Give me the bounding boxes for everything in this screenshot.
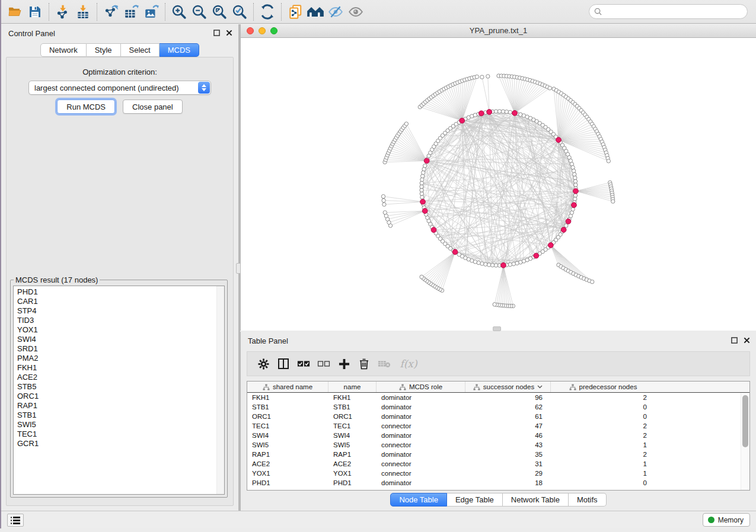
import-table-button[interactable] [73, 2, 93, 21]
select-all-button[interactable] [295, 355, 312, 373]
mcds-result-item[interactable]: ORC1 [17, 392, 224, 401]
maximize-window-icon[interactable] [270, 27, 277, 34]
task-history-button[interactable] [7, 514, 24, 527]
cell-MCDS-role: dominator [377, 412, 465, 421]
mcds-result-item[interactable]: FKH1 [17, 363, 224, 373]
tab-mcds[interactable]: MCDS [160, 43, 199, 57]
toolbar-separator [281, 3, 282, 21]
tab-select[interactable]: Select [121, 43, 160, 57]
table-tab-network-table[interactable]: Network Table [503, 493, 569, 507]
mcds-result-item[interactable]: STB1 [17, 411, 224, 420]
export-image-icon [143, 4, 159, 20]
mcds-result-item[interactable]: CAR1 [17, 297, 224, 306]
column-header-name[interactable]: name [328, 382, 377, 392]
zoom-in-button[interactable] [169, 2, 189, 21]
refresh-view-button[interactable] [257, 2, 277, 21]
deselect-all-button[interactable] [315, 355, 333, 373]
table-row[interactable]: YOX1YOX1connector291 [247, 469, 741, 478]
tab-network[interactable]: Network [40, 43, 87, 57]
memory-button[interactable]: Memory [703, 513, 750, 527]
mcds-result-item[interactable]: RAP1 [17, 401, 224, 411]
cell-MCDS-role: dominator [377, 431, 465, 440]
mcds-result-item[interactable]: TID3 [17, 316, 224, 325]
network-window-titlebar[interactable]: YPA_prune.txt_1 [241, 24, 756, 38]
table-scrollbar[interactable] [741, 393, 749, 490]
table-row[interactable]: ACE2ACE2connector311 [247, 459, 741, 469]
table-row[interactable]: STB1STB1dominator620 [247, 402, 741, 412]
table-row[interactable]: SWI5SWI5connector431 [247, 440, 741, 450]
close-panel-icon[interactable] [226, 30, 232, 36]
table-tab-motifs[interactable]: Motifs [569, 493, 607, 507]
import-network-button[interactable] [53, 2, 73, 21]
horizontal-splitter-grip[interactable] [493, 326, 501, 331]
mcds-result-item[interactable]: SWI5 [17, 420, 224, 430]
table-panel-tabs: Node TableEdge TableNetwork TableMotifs [390, 493, 606, 507]
export-network-button[interactable] [101, 2, 121, 21]
export-image-button[interactable] [141, 2, 161, 21]
search-input[interactable] [589, 4, 748, 19]
open-file-button[interactable] [5, 2, 25, 21]
network-from-file-button[interactable] [285, 2, 305, 21]
column-header-MCDS-role[interactable]: MCDS role [377, 382, 465, 392]
minimize-window-icon[interactable] [259, 27, 266, 34]
export-network-icon [103, 4, 119, 20]
refresh-icon [259, 4, 276, 20]
scrollbar-thumb[interactable] [742, 395, 748, 447]
close-window-icon[interactable] [247, 27, 254, 34]
mcds-result-item[interactable]: SWI4 [17, 335, 224, 344]
mcds-result-item[interactable]: STP4 [17, 306, 224, 316]
cell-MCDS-role: connector [377, 421, 465, 431]
delete-row-button[interactable] [355, 355, 373, 373]
list-scrollbar[interactable] [216, 286, 224, 494]
table-row[interactable]: SWI4SWI4dominator462 [247, 431, 741, 440]
cell-successor-nodes: 18 [465, 478, 551, 488]
float-panel-icon[interactable] [213, 30, 220, 36]
table-row[interactable]: TEC1TEC1connector472 [247, 421, 741, 431]
mcds-result-item[interactable]: ACE2 [17, 373, 224, 382]
float-panel-icon[interactable] [731, 337, 738, 344]
export-table-button[interactable] [121, 2, 141, 21]
mcds-result-item[interactable]: YOX1 [17, 325, 224, 335]
zoom-fit-button[interactable] [209, 2, 229, 21]
tab-style[interactable]: Style [87, 43, 121, 57]
mcds-result-item[interactable]: PMA2 [17, 354, 224, 363]
column-header-predecessor-nodes[interactable]: predecessor nodes [551, 382, 655, 392]
save-session-button[interactable] [25, 2, 45, 21]
criterion-dropdown[interactable]: largest connected component (undirected) [28, 81, 211, 95]
cell-successor-nodes: 31 [465, 459, 551, 469]
table-tab-node-table[interactable]: Node Table [390, 493, 447, 507]
run-mcds-button[interactable]: Run MCDS [57, 100, 115, 114]
zoom-out-button[interactable] [189, 2, 209, 21]
cell-predecessor-nodes: 1 [551, 469, 655, 478]
zoom-selected-button[interactable] [229, 2, 250, 21]
cell-MCDS-role: dominator [377, 450, 465, 459]
import-network-icon [55, 4, 71, 20]
add-row-button[interactable] [335, 355, 353, 373]
show-columns-button[interactable] [275, 355, 292, 373]
show-all-button[interactable] [346, 2, 366, 21]
table-tab-edge-table[interactable]: Edge Table [447, 493, 503, 507]
function-builder-button[interactable]: f(x) [395, 355, 422, 373]
table-row[interactable]: PHD1PHD1dominator180 [247, 478, 741, 488]
mcds-result-item[interactable]: GCR1 [17, 439, 224, 448]
column-header-shared-name[interactable]: shared name [247, 382, 328, 392]
hide-selected-button[interactable] [326, 2, 346, 21]
mcds-result-item[interactable]: PHD1 [17, 287, 224, 297]
network-canvas[interactable] [241, 38, 756, 331]
mcds-result-item[interactable]: STB5 [17, 382, 224, 392]
column-header-successor-nodes[interactable]: successor nodes [465, 382, 551, 392]
cell-predecessor-nodes: 1 [551, 459, 655, 469]
table-row[interactable]: FKH1FKH1dominator962 [247, 393, 741, 402]
cell-name: FKH1 [328, 393, 377, 402]
mcds-result-item[interactable]: SRD1 [17, 344, 224, 354]
cell-MCDS-role: dominator [377, 478, 465, 488]
table-row[interactable]: ORC1ORC1dominator610 [247, 412, 741, 421]
cell-name: ORC1 [328, 412, 377, 421]
table-row[interactable]: RAP1RAP1dominator352 [247, 450, 741, 459]
close-panel-button[interactable]: Close panel [123, 100, 183, 114]
close-panel-icon[interactable] [744, 337, 750, 344]
first-neighbors-button[interactable] [305, 2, 326, 21]
table-settings-button[interactable] [254, 355, 272, 373]
mcds-result-item[interactable]: TEC1 [17, 430, 224, 439]
delete-table-button[interactable] [375, 355, 393, 373]
